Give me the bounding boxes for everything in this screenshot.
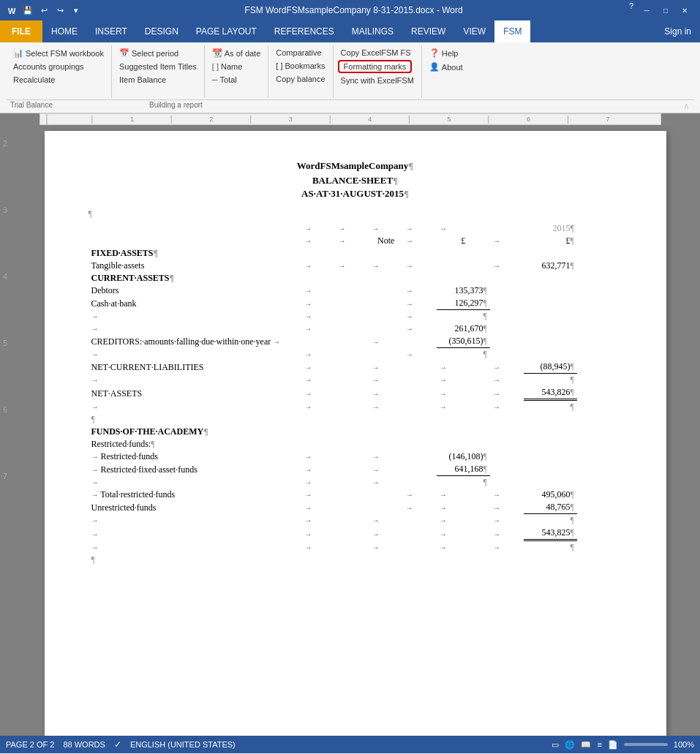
help-circle-icon: ❓ (429, 48, 440, 58)
table-row: Restricted·funds:¶ (89, 438, 622, 450)
menu-fsm[interactable]: FSM (494, 20, 530, 42)
menu-page-layout[interactable]: PAGE LAYOUT (187, 20, 266, 42)
layout-draft-icon[interactable]: 📄 (608, 740, 618, 750)
menu-view[interactable]: VIEW (454, 20, 494, 42)
table-row: → → → → → 543,825¶ (89, 527, 622, 540)
status-bar: PAGE 2 OF 2 88 WORDS ✓ ENGLISH (UNITED S… (0, 736, 700, 753)
company-title: WordFSMsampleCompany¶ (89, 160, 622, 172)
window-title: FSM WordFSMsampleCompany 8-31-2015.docx … (82, 5, 625, 15)
copy-balance-btn[interactable]: Copy balance (273, 73, 328, 85)
doc-date-heading: AS·AT·31·AUGUST·2015¶ (89, 188, 622, 200)
ribbon-group-as-of-date: 📆 As of date [ ] Name ─ Total (205, 45, 269, 98)
help-btn[interactable]: ? (625, 0, 637, 12)
about-btn[interactable]: 👤 About (426, 61, 466, 73)
word-count: 88 WORDS (63, 740, 105, 749)
maximize-btn[interactable]: □ (656, 0, 675, 20)
layout-web-icon[interactable]: 🌐 (565, 740, 575, 750)
menu-home[interactable]: HOME (42, 20, 86, 42)
minimize-btn[interactable]: ─ (637, 0, 656, 20)
menu-review[interactable]: REVIEW (402, 20, 454, 42)
table-row: → Total·restricted·funds → → → → 495,060… (89, 489, 622, 501)
select-period-btn[interactable]: 📅 Select period (116, 47, 181, 59)
menu-insert[interactable]: INSERT (86, 20, 136, 42)
table-row: → → → → → ¶ (89, 540, 622, 554)
building-report-label: Building a report (145, 101, 207, 111)
comparative-btn[interactable]: Comparative (273, 47, 324, 59)
table-row: → → → ¶ (89, 476, 622, 489)
title-bar: W 💾 ↩ ↪ ▾ FSM WordFSMsampleCompany 8-31-… (0, 0, 700, 20)
document: WordFSMsampleCompany¶ BALANCE·SHEET¶ AS·… (45, 131, 666, 736)
word-icon: W (6, 4, 18, 16)
page-count: PAGE 2 OF 2 (6, 740, 54, 749)
table-row: ¶ (89, 554, 622, 566)
total-btn[interactable]: ─ Total (209, 74, 240, 86)
sign-in[interactable]: Sign in (655, 20, 700, 42)
ribbon-group-fsm: 📊 Select FSM workbook Accounts groupings… (6, 45, 112, 98)
bookmark-icon: [ ] (276, 61, 282, 70)
undo-icon[interactable]: ↩ (38, 4, 50, 16)
bookmarks-btn[interactable]: [ ] Bookmarks (273, 60, 328, 72)
window-controls: ? ─ □ ✕ (625, 0, 694, 20)
status-right: ▭ 🌐 📖 ≡ 📄 100% (552, 740, 694, 750)
ribbon-group-help: ❓ Help 👤 About (422, 45, 470, 98)
redo-icon[interactable]: ↪ (54, 4, 66, 16)
period-icon: 📅 (119, 48, 129, 58)
page-margin-numbers: 234567 (0, 125, 10, 736)
document-container[interactable]: WordFSMsampleCompany¶ BALANCE·SHEET¶ AS·… (10, 125, 700, 736)
table-row: FUNDS·OF·THE·ACADEMY¶ (89, 426, 622, 438)
sync-excelfsm-btn[interactable]: Sync with ExcelFSM (338, 75, 417, 86)
ribbon-group-copy: Copy ExcelFSM FS Formatting marks Sync w… (334, 45, 422, 98)
customize-icon[interactable]: ▾ (70, 4, 82, 16)
table-row: Unrestricted·funds → → → → 48,765¶ (89, 501, 622, 514)
table-row: → → → 261,670¶ (89, 323, 622, 335)
select-fsm-workbook-btn[interactable]: 📊 Select FSM workbook (10, 47, 107, 59)
table-row: → → → → → 2015¶ (89, 222, 622, 235)
total-icon: ─ (212, 75, 218, 84)
name-btn[interactable]: [ ] Name (209, 61, 246, 72)
file-menu[interactable]: FILE (0, 20, 42, 42)
name-icon: [ ] (212, 62, 219, 71)
table-row: → → → → → ¶ (89, 514, 622, 527)
table-row: → → Note → £ → £¶ (89, 235, 622, 247)
spell-icon[interactable]: ✓ (114, 739, 121, 750)
recalculate-btn[interactable]: Recalculate (10, 74, 58, 86)
accounts-groupings-btn[interactable]: Accounts groupings (10, 61, 87, 72)
item-balance-btn[interactable]: Item Balance (116, 74, 169, 86)
table-row: NET·ASSETS → → → → 543,826¶ (89, 386, 622, 400)
about-icon: 👤 (429, 62, 440, 72)
close-btn[interactable]: ✕ (675, 0, 694, 20)
suggested-item-titles-btn[interactable]: Suggested Item Titles (116, 61, 200, 72)
layout-read-icon[interactable]: 📖 (581, 740, 591, 750)
table-row: → → → → → ¶ (89, 400, 622, 414)
svg-text:W: W (8, 7, 16, 15)
table-row: Debtors → → 135,373¶ (89, 284, 622, 297)
menu-references[interactable]: REFERENCES (266, 20, 343, 42)
ribbon-group-comparative: Comparative [ ] Bookmarks Copy balance (268, 45, 333, 98)
layout-outline-icon[interactable]: ≡ (597, 740, 601, 749)
table-row: → Restricted·fixed·asset·funds → → 641,1… (89, 463, 622, 476)
ribbon-group-period: 📅 Select period Suggested Item Titles It… (112, 45, 205, 98)
language[interactable]: ENGLISH (UNITED STATES) (130, 740, 236, 749)
save-icon[interactable]: 💾 (22, 4, 34, 16)
table-row: Cash·at·bank → → 126,297¶ (89, 297, 622, 310)
as-of-date-btn[interactable]: 📆 As of date (209, 47, 264, 59)
table-row: → Restricted·funds → → (146,108)¶ (89, 450, 622, 463)
table-row: → → → → → ¶ (89, 374, 622, 387)
collapse-ribbon-btn[interactable]: ∧ (679, 101, 694, 111)
zoom-slider[interactable] (624, 743, 668, 746)
layout-print-icon[interactable]: ▭ (552, 740, 559, 750)
balance-sheet-table: → → → → → 2015¶ → → Note → (89, 222, 622, 566)
menu-design[interactable]: DESIGN (136, 20, 187, 42)
table-row: CURRENT·ASSETS¶ (89, 272, 622, 284)
copy-excelfsm-btn[interactable]: Copy ExcelFSM FS (338, 47, 414, 59)
table-row: → → → ¶ (89, 310, 622, 323)
table-row: FIXED·ASSETS¶ (89, 247, 622, 260)
help-btn[interactable]: ❓ Help (426, 47, 462, 59)
main-area: 234567 WordFSMsampleCompany¶ BALANCE·SHE… (0, 125, 700, 736)
table-row: NET·CURRENT·LIABILITIES → → → → (88,945)… (89, 361, 622, 374)
menu-bar: FILE HOME INSERT DESIGN PAGE LAYOUT REFE… (0, 20, 700, 42)
workbook-icon: 📊 (13, 48, 23, 58)
formatting-marks-btn[interactable]: Formatting marks (338, 60, 413, 73)
zoom-level[interactable]: 100% (674, 740, 694, 749)
menu-mailings[interactable]: MAILINGS (343, 20, 402, 42)
